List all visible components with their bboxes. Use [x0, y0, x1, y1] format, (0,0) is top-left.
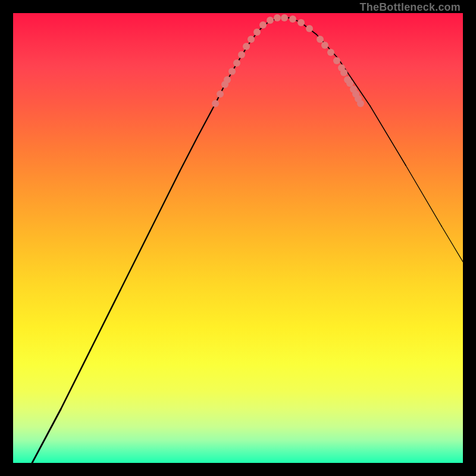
svg-point-37: [306, 25, 313, 32]
svg-line-5: [180, 137, 198, 171]
svg-point-33: [274, 14, 281, 21]
svg-line-4: [150, 171, 180, 231]
svg-point-21: [212, 100, 219, 107]
attribution-watermark: TheBottleneck.com: [360, 1, 461, 14]
svg-line-1: [61, 350, 90, 409]
svg-point-34: [281, 14, 288, 21]
svg-line-2: [90, 290, 120, 350]
svg-line-19: [406, 165, 441, 226]
svg-point-35: [289, 15, 296, 23]
svg-point-26: [233, 60, 240, 67]
svg-point-24: [224, 76, 231, 83]
svg-point-32: [267, 17, 274, 24]
svg-point-45: [346, 80, 353, 87]
svg-point-22: [217, 90, 224, 98]
highlight-dots: [212, 14, 364, 107]
svg-point-38: [317, 36, 324, 43]
svg-point-29: [248, 36, 255, 43]
svg-point-39: [321, 42, 328, 49]
svg-point-43: [340, 69, 347, 76]
svg-line-6: [198, 104, 215, 137]
svg-point-36: [298, 19, 305, 26]
plot-area: [13, 13, 463, 463]
svg-line-18: [370, 106, 406, 165]
bottleneck-curve: [32, 18, 463, 463]
svg-point-31: [259, 21, 267, 29]
svg-line-3: [120, 231, 150, 290]
svg-point-49: [357, 100, 364, 107]
svg-point-30: [253, 29, 261, 36]
chart-frame: TheBottleneck.com: [0, 0, 476, 476]
svg-point-27: [238, 51, 245, 58]
svg-line-0: [32, 409, 61, 463]
svg-point-41: [333, 57, 340, 64]
svg-point-40: [327, 49, 334, 56]
chart-svg: [13, 13, 463, 463]
svg-line-20: [441, 226, 463, 262]
svg-point-25: [228, 68, 236, 75]
svg-point-28: [243, 43, 250, 50]
